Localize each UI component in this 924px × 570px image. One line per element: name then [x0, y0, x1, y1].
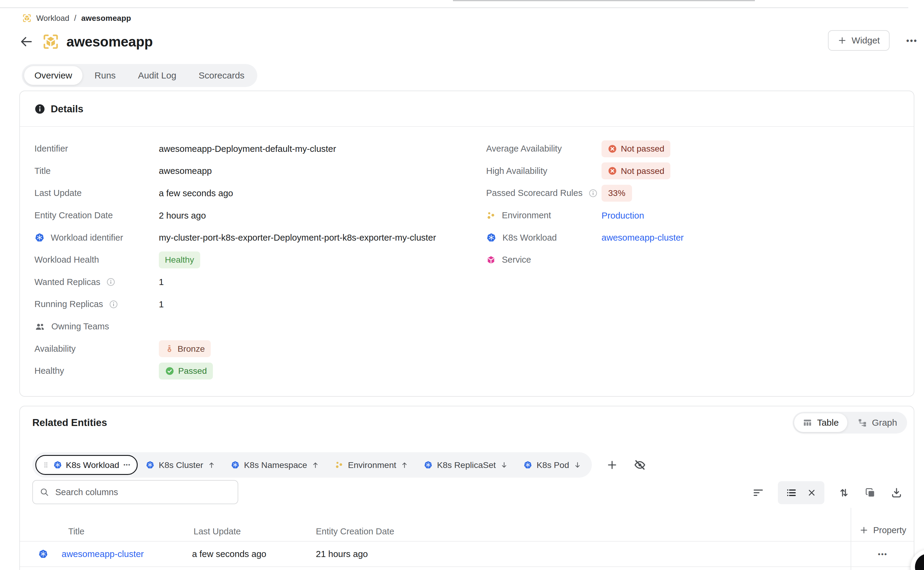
- chip-environment[interactable]: Environment: [327, 452, 416, 478]
- status-badge-not-passed: Not passed: [602, 140, 670, 157]
- field-title: Title awesomeapp: [34, 160, 478, 182]
- sort-button[interactable]: [837, 486, 851, 500]
- field-label: Healthy: [34, 366, 64, 376]
- info-tooltip-icon[interactable]: [109, 300, 118, 309]
- k8s-icon: [146, 460, 155, 469]
- chip-k8s-namespace[interactable]: K8s Namespace: [224, 452, 327, 478]
- search-columns-input[interactable]: [55, 487, 231, 498]
- status-badge-not-passed: Not passed: [602, 162, 670, 179]
- field-running-replicas: Running Replicas 1: [34, 293, 478, 316]
- field-healthy: Healthy Passed: [34, 360, 478, 382]
- column-header-entity-creation-date[interactable]: Entity Creation Date: [316, 527, 394, 536]
- row-title-link[interactable]: awesomeapp-cluster: [61, 549, 144, 559]
- related-entities-title: Related Entities: [32, 417, 107, 428]
- table-toolbar: [751, 481, 904, 505]
- question-mark-icon: ?: [915, 554, 924, 570]
- chip-k8s-workload[interactable]: K8s Workload •••: [35, 455, 138, 475]
- field-value: awesomeapp: [159, 166, 211, 176]
- back-button[interactable]: [17, 33, 35, 51]
- page-title: awesomeapp: [66, 34, 153, 50]
- copy-button[interactable]: [864, 486, 877, 500]
- arrow-up-icon: [311, 461, 319, 469]
- k8s-workload-link[interactable]: awesomeapp-cluster: [602, 233, 683, 243]
- table-icon: [803, 418, 812, 428]
- arrow-up-icon: [400, 461, 409, 469]
- field-high-availability: High Availability Not passed: [486, 160, 906, 182]
- field-value: 2 hours ago: [159, 210, 206, 221]
- add-related-entity-button[interactable]: [605, 458, 619, 472]
- filter-button[interactable]: [751, 486, 765, 500]
- view-toggle: Table Graph: [793, 412, 907, 434]
- field-label: Owning Teams: [51, 322, 109, 331]
- chip-k8s-cluster[interactable]: K8s Cluster: [138, 452, 223, 478]
- field-workload-health: Workload Health Healthy: [34, 249, 478, 271]
- entity-tabs: Overview Runs Audit Log Scorecards: [22, 64, 257, 87]
- chip-more-icon[interactable]: •••: [124, 462, 131, 468]
- view-toggle-graph[interactable]: Graph: [849, 413, 906, 432]
- service-icon: [486, 255, 496, 265]
- add-property-button[interactable]: Property: [851, 521, 914, 539]
- property-panel: Property •••: [850, 508, 914, 570]
- group-by-control: [778, 481, 824, 504]
- top-edge-segment: [453, 0, 755, 1]
- field-label: Entity Creation Date: [34, 210, 113, 221]
- close-icon: [807, 488, 817, 498]
- list-icon: [786, 487, 797, 498]
- info-tooltip-icon[interactable]: [106, 277, 115, 287]
- list-view-button[interactable]: [785, 486, 798, 500]
- field-label: High Availability: [486, 166, 547, 176]
- k8s-icon: [53, 460, 62, 469]
- download-button[interactable]: [890, 486, 904, 500]
- plus-icon: [860, 526, 869, 535]
- k8s-icon: [38, 549, 48, 559]
- field-label: K8s Workload: [503, 233, 557, 243]
- status-badge-passed: Passed: [159, 363, 213, 380]
- chip-k8s-pod[interactable]: K8s Pod: [516, 452, 589, 478]
- medal-icon: [165, 344, 174, 353]
- environment-link[interactable]: Production: [602, 210, 644, 221]
- teams-icon: [34, 321, 45, 332]
- search-icon: [40, 487, 49, 497]
- page-more-menu-button[interactable]: •••: [901, 33, 923, 48]
- clear-group-button[interactable]: [806, 487, 818, 499]
- info-icon: [34, 104, 45, 115]
- breadcrumb-root[interactable]: Workload: [36, 14, 69, 23]
- field-label: Environment: [502, 210, 551, 221]
- plus-icon: [838, 36, 847, 45]
- x-circle-icon: [608, 144, 617, 154]
- tab-audit-log[interactable]: Audit Log: [128, 66, 187, 85]
- arrow-left-icon: [19, 35, 33, 49]
- field-value: 1: [159, 277, 164, 287]
- column-header-last-update[interactable]: Last Update: [193, 527, 241, 536]
- check-circle-icon: [165, 366, 175, 376]
- tab-overview[interactable]: Overview: [24, 66, 83, 85]
- details-heading-label: Details: [51, 103, 83, 115]
- row-more-menu-button[interactable]: •••: [851, 546, 914, 563]
- field-value: a few seconds ago: [159, 188, 233, 198]
- status-badge-bronze: Bronze: [159, 340, 211, 357]
- field-last-update: Last Update a few seconds ago: [34, 182, 478, 204]
- field-label: Workload Health: [34, 255, 99, 265]
- view-toggle-table[interactable]: Table: [794, 413, 847, 432]
- field-label: Passed Scorecard Rules: [486, 188, 582, 198]
- related-filter-chips: K8s Workload ••• K8s Cluster K8s Namespa…: [32, 452, 592, 478]
- details-card: Details Identifier awesomeapp-Deployment…: [19, 90, 914, 397]
- info-tooltip-icon[interactable]: [588, 189, 598, 198]
- breadcrumb-separator: /: [74, 14, 77, 23]
- details-left-column: Identifier awesomeapp-Deployment-default…: [34, 138, 478, 382]
- field-wanted-replicas: Wanted Replicas 1: [34, 271, 478, 293]
- hide-related-button[interactable]: [632, 457, 647, 472]
- add-widget-button[interactable]: Widget: [828, 30, 890, 51]
- related-entities-header: Related Entities Table Graph: [32, 411, 907, 434]
- chip-k8s-replicaset[interactable]: K8s ReplicaSet: [417, 452, 515, 478]
- status-badge-percent: 33%: [602, 185, 632, 202]
- field-label: Title: [34, 166, 51, 176]
- tab-scorecards[interactable]: Scorecards: [188, 66, 255, 85]
- table-row: awesomeapp-cluster a few seconds ago 21 …: [20, 542, 850, 566]
- related-filter-row: K8s Workload ••• K8s Cluster K8s Namespa…: [32, 452, 647, 478]
- arrow-up-icon: [207, 461, 216, 469]
- drag-handle-icon[interactable]: [42, 461, 49, 469]
- field-label: Identifier: [34, 144, 68, 154]
- column-header-title[interactable]: Title: [68, 527, 84, 536]
- tab-runs[interactable]: Runs: [84, 66, 126, 85]
